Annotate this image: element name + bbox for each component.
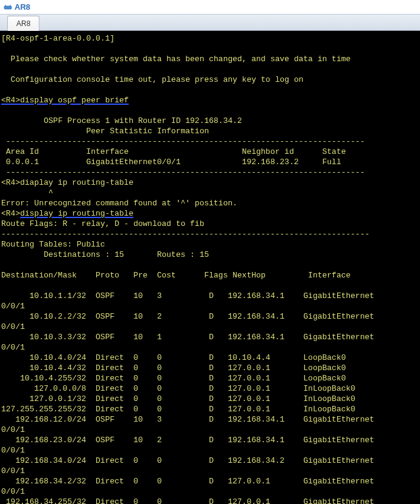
svg-rect-0 (4, 6, 11, 9)
tab-ar8[interactable]: AR8 (7, 16, 39, 31)
terminal-output[interactable]: [R4-ospf-1-area-0.0.0.1] Please check wh… (0, 31, 420, 504)
title-bar: AR8 (0, 0, 420, 14)
window-title: AR8 (15, 2, 30, 12)
tabs-row: AR8 (0, 14, 420, 31)
router-icon (4, 3, 12, 12)
